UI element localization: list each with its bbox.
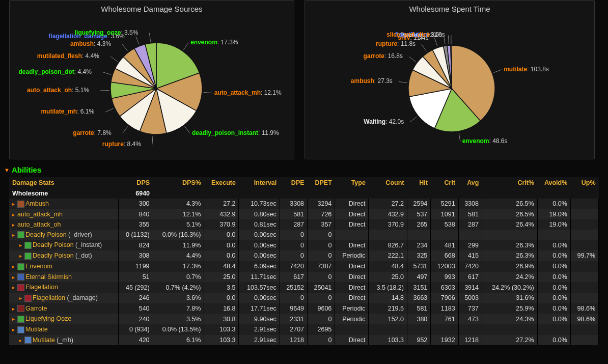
table-row[interactable]: ▸Liquefying Ooze 2403.5%30.89.90sec23310…: [9, 314, 599, 324]
expand-icon[interactable]: ▸: [12, 327, 17, 332]
table-row[interactable]: ▸Garrote 5407.8%16.817.71sec96499606Peri…: [9, 303, 599, 314]
svg-line-5: [105, 108, 113, 112]
table-row[interactable]: ▸Ambush 3004.3%27.210.73sec33083294Direc…: [9, 199, 599, 209]
table-row[interactable]: ▸Eternal Skirmish 510.7%25.011.71sec6170…: [9, 272, 599, 283]
col-header[interactable]: Count: [369, 177, 407, 188]
expand-icon[interactable]: ▸: [12, 274, 17, 280]
table-row[interactable]: ▸Deadly Poison (_instant) 82411.9%0.00.0…: [9, 240, 599, 250]
col-header[interactable]: DPE: [280, 177, 307, 188]
svg-line-20: [448, 35, 449, 44]
svg-line-11: [149, 33, 150, 42]
chart-title-2: Wholesome Spent Time: [309, 5, 590, 13]
table-row[interactable]: ▸Flagellation (_damage) 2463.6%0.00.00se…: [9, 293, 599, 303]
svg-line-8: [110, 57, 118, 62]
col-header[interactable]: Avoid%: [537, 177, 570, 188]
table-row[interactable]: ▸Mutilate 0 (934)0.0% (13.5%)103.32.91se…: [9, 324, 599, 335]
group-name: Wholesome: [9, 188, 118, 199]
svg-line-10: [136, 37, 139, 45]
table-row[interactable]: ▸Deadly Poison (_dot) 3084.4%0.00.00sec0…: [9, 250, 599, 261]
svg-line-4: [123, 126, 128, 133]
expand-icon[interactable]: ▸: [19, 253, 24, 259]
expand-icon[interactable]: ▸: [19, 295, 24, 301]
table-row[interactable]: ▸auto_attack_mh 84012.1%432.90.80sec5817…: [9, 209, 599, 219]
col-header[interactable]: DPS: [118, 177, 153, 188]
svg-line-14: [410, 117, 417, 122]
svg-line-17: [422, 44, 427, 51]
spent-time-panel: Wholesome Spent Time mutilate: 103.8senv…: [305, 0, 595, 159]
svg-line-12: [493, 70, 502, 73]
table-row[interactable]: ▸Flagellation 45 (292)0.7% (4.2%)3.5103.…: [9, 282, 599, 293]
col-header[interactable]: DPS%: [153, 177, 204, 188]
col-header[interactable]: Execute: [204, 177, 239, 188]
col-header[interactable]: Hit: [407, 177, 430, 188]
svg-line-18: [434, 38, 437, 46]
col-header[interactable]: DPET: [308, 177, 335, 188]
svg-line-1: [204, 92, 212, 93]
expand-icon[interactable]: ▸: [12, 264, 17, 269]
svg-line-16: [409, 57, 416, 62]
table-row[interactable]: ▸Mutilate (_mh) 4206.1%103.32.91sec12180…: [9, 335, 599, 346]
pie-chart-time: mutilate: 103.8senvenom: 48.6sWaiting: 4…: [309, 17, 590, 155]
col-header[interactable]: Crit: [431, 177, 458, 188]
svg-line-15: [399, 81, 407, 82]
pie-chart-damage: envenom: 17.3%auto_attack_mh: 12.1%deadl…: [14, 17, 290, 155]
chart-title-1: Wholesome Damage Sources: [14, 5, 290, 13]
damage-stats-table: Damage StatsDPSDPS%ExecuteIntervalDPEDPE…: [9, 177, 599, 345]
svg-line-0: [183, 43, 188, 50]
svg-line-9: [122, 44, 127, 51]
expand-icon[interactable]: ▸: [12, 212, 17, 217]
col-header[interactable]: Damage Stats: [9, 177, 118, 188]
expand-icon[interactable]: ▸: [12, 222, 17, 228]
expand-icon[interactable]: ▸: [12, 232, 17, 238]
collapse-icon: ▼: [4, 167, 10, 173]
table-row[interactable]: ▸Envenom 119917.3%48.46.09sec74207387Dir…: [9, 261, 599, 272]
col-header[interactable]: Interval: [239, 177, 280, 188]
col-header[interactable]: Up%: [570, 177, 598, 188]
svg-line-6: [100, 90, 109, 91]
svg-line-2: [185, 126, 190, 133]
table-row[interactable]: ▸auto_attack_oh 3555.1%370.90.81sec28735…: [9, 219, 599, 230]
expand-icon[interactable]: ▸: [12, 316, 17, 322]
expand-icon[interactable]: ▸: [19, 338, 24, 343]
expand-icon[interactable]: ▸: [12, 201, 17, 207]
col-header[interactable]: Crit%: [482, 177, 537, 188]
svg-line-7: [103, 72, 111, 75]
expand-icon[interactable]: ▸: [19, 242, 24, 248]
table-row[interactable]: ▸Deadly Poison (_driver) 0 (1132)0.0% (1…: [9, 230, 599, 240]
group-dps: 6940: [118, 188, 153, 199]
svg-line-19: [444, 36, 445, 44]
expand-icon[interactable]: ▸: [12, 285, 17, 290]
expand-icon[interactable]: ▸: [12, 306, 17, 312]
svg-line-13: [459, 133, 460, 142]
svg-line-3: [152, 136, 153, 145]
abilities-header[interactable]: ▼ Abilities: [0, 159, 608, 177]
col-header[interactable]: Type: [335, 177, 369, 188]
damage-sources-panel: Wholesome Damage Sources envenom: 17.3%a…: [9, 0, 294, 159]
col-header[interactable]: Avg: [458, 177, 482, 188]
